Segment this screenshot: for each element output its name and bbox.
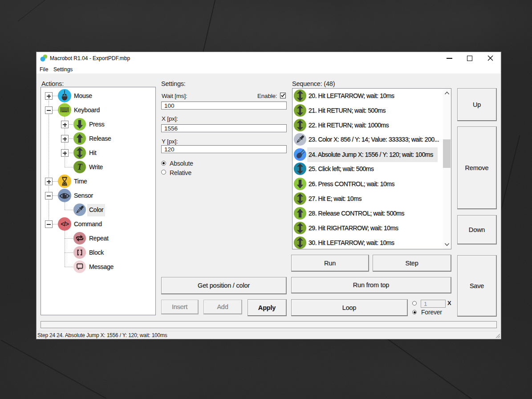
svg-text:T: T <box>77 163 83 171</box>
svg-text:</>: </> <box>61 220 69 228</box>
